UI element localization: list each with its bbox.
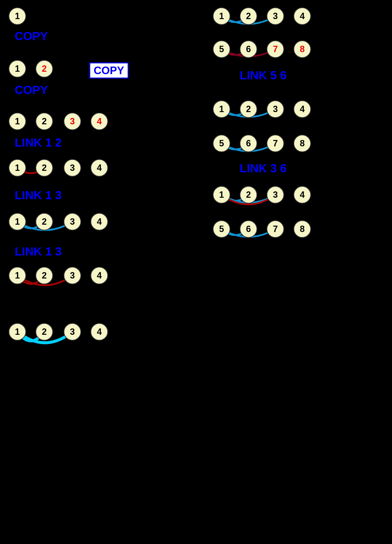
node-1-s6: 1: [9, 267, 26, 284]
node-1-s2: 1: [9, 60, 26, 78]
node-4-s4: 4: [90, 159, 108, 177]
node-2-s2: 2: [35, 60, 53, 78]
node-r3-8: 8: [293, 220, 311, 238]
node-r1-7: 7: [267, 40, 284, 58]
node-r3-1: 1: [213, 186, 230, 204]
node-r1-6: 6: [240, 40, 257, 58]
node-1-s7: 1: [9, 323, 26, 341]
node-r3-5: 5: [213, 220, 230, 238]
node-1-s3: 1: [9, 113, 26, 130]
label-link56: LINK 5 6: [240, 69, 287, 82]
node-3-s4: 3: [64, 159, 81, 177]
label-link13-s5: LINK 1 3: [15, 188, 62, 202]
node-r1-1: 1: [213, 7, 230, 25]
node-2-s7: 2: [35, 323, 53, 341]
node-1-s4: 1: [9, 159, 26, 177]
node-1-s1: 1: [9, 7, 26, 25]
node-r2-1: 1: [213, 100, 230, 118]
node-r2-8: 8: [293, 135, 311, 152]
node-3-s6: 3: [64, 267, 81, 284]
node-r1-5: 5: [213, 40, 230, 58]
label-link13-s6: LINK 1 3: [15, 245, 62, 258]
node-2-s6: 2: [35, 267, 53, 284]
node-r3-4: 4: [293, 186, 311, 204]
node-4-s7: 4: [90, 323, 108, 341]
node-r1-4: 4: [293, 7, 311, 25]
label-copy-s1: COPY: [15, 29, 48, 43]
node-4-s5: 4: [90, 213, 108, 231]
node-r3-2: 2: [240, 186, 257, 204]
node-r3-6: 6: [240, 220, 257, 238]
label-copy-boxed: COPY: [89, 62, 129, 79]
node-2-s3: 2: [35, 113, 53, 130]
node-r2-7: 7: [267, 135, 284, 152]
node-r1-8: 8: [293, 40, 311, 58]
node-r3-7: 7: [267, 220, 284, 238]
node-r2-2: 2: [240, 100, 257, 118]
node-3-s3: 3: [64, 113, 81, 130]
node-3-s7: 3: [64, 323, 81, 341]
node-3-s5: 3: [64, 213, 81, 231]
node-r2-5: 5: [213, 135, 230, 152]
node-1-s5: 1: [9, 213, 26, 231]
node-r2-3: 3: [267, 100, 284, 118]
node-2-s5: 2: [35, 213, 53, 231]
node-r1-3: 3: [267, 7, 284, 25]
label-copy-s2: COPY: [15, 83, 48, 97]
label-link36: LINK 3 6: [240, 162, 287, 175]
node-r2-6: 6: [240, 135, 257, 152]
node-2-s4: 2: [35, 159, 53, 177]
node-r3-3: 3: [267, 186, 284, 204]
node-r2-4: 4: [293, 100, 311, 118]
label-link12: LINK 1 2: [15, 136, 62, 149]
node-4-s3: 4: [90, 113, 108, 130]
node-r1-2: 2: [240, 7, 257, 25]
node-4-s6: 4: [90, 267, 108, 284]
